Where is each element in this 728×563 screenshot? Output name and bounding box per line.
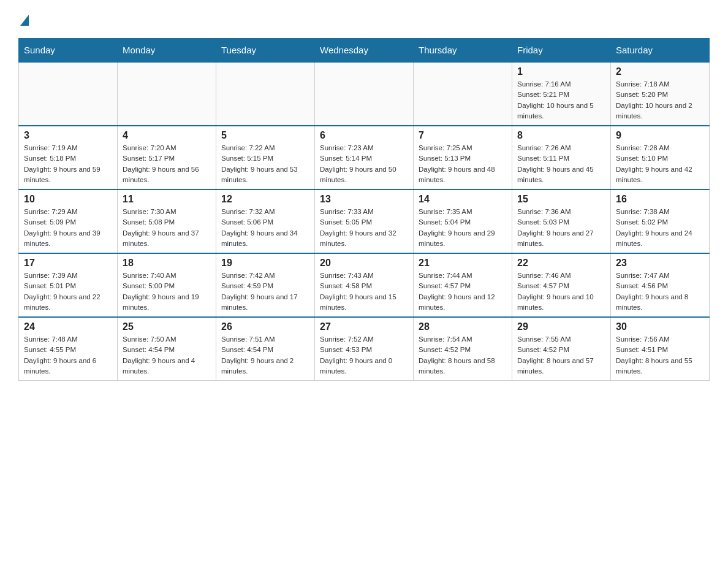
calendar-cell: 29Sunrise: 7:55 AMSunset: 4:52 PMDayligh… (512, 317, 611, 381)
calendar-cell: 15Sunrise: 7:36 AMSunset: 5:03 PMDayligh… (512, 190, 611, 253)
day-info: Sunrise: 7:44 AMSunset: 4:57 PMDaylight:… (419, 270, 507, 313)
day-info: Sunrise: 7:35 AMSunset: 5:04 PMDaylight:… (419, 207, 507, 249)
day-info: Sunrise: 7:55 AMSunset: 4:52 PMDaylight:… (517, 334, 605, 377)
calendar-cell: 30Sunrise: 7:56 AMSunset: 4:51 PMDayligh… (611, 317, 710, 381)
day-number: 17 (24, 258, 112, 269)
day-number: 15 (517, 194, 605, 205)
day-number: 19 (221, 258, 309, 269)
calendar-cell: 27Sunrise: 7:52 AMSunset: 4:53 PMDayligh… (315, 317, 414, 381)
day-info: Sunrise: 7:18 AMSunset: 5:20 PMDaylight:… (616, 79, 704, 121)
logo[interactable] (18, 12, 29, 26)
day-info: Sunrise: 7:22 AMSunset: 5:15 PMDaylight:… (221, 143, 309, 185)
calendar-cell: 13Sunrise: 7:33 AMSunset: 5:05 PMDayligh… (315, 190, 414, 253)
day-number: 25 (123, 321, 211, 332)
calendar-cell: 25Sunrise: 7:50 AMSunset: 4:54 PMDayligh… (118, 317, 216, 381)
calendar-cell (315, 62, 414, 126)
day-number: 26 (221, 321, 309, 332)
day-info: Sunrise: 7:23 AMSunset: 5:14 PMDaylight:… (320, 143, 408, 185)
calendar-cell: 1Sunrise: 7:16 AMSunset: 5:21 PMDaylight… (512, 62, 611, 126)
calendar-cell: 3Sunrise: 7:19 AMSunset: 5:18 PMDaylight… (19, 126, 118, 190)
day-number: 6 (320, 130, 408, 141)
day-info: Sunrise: 7:25 AMSunset: 5:13 PMDaylight:… (419, 143, 507, 185)
calendar-cell: 5Sunrise: 7:22 AMSunset: 5:15 PMDaylight… (216, 126, 315, 190)
day-number: 10 (24, 194, 112, 205)
day-number: 24 (24, 321, 112, 332)
day-info: Sunrise: 7:26 AMSunset: 5:11 PMDaylight:… (517, 143, 605, 185)
day-number: 11 (123, 194, 211, 205)
calendar-cell: 20Sunrise: 7:43 AMSunset: 4:58 PMDayligh… (315, 253, 414, 317)
weekday-header-monday: Monday (118, 39, 216, 63)
day-info: Sunrise: 7:46 AMSunset: 4:57 PMDaylight:… (517, 270, 605, 313)
day-info: Sunrise: 7:32 AMSunset: 5:06 PMDaylight:… (221, 207, 309, 249)
day-number: 9 (616, 130, 704, 141)
calendar-cell (216, 62, 315, 126)
calendar-cell: 26Sunrise: 7:51 AMSunset: 4:54 PMDayligh… (216, 317, 315, 381)
week-row-3: 10Sunrise: 7:29 AMSunset: 5:09 PMDayligh… (19, 190, 710, 253)
calendar-cell: 28Sunrise: 7:54 AMSunset: 4:52 PMDayligh… (414, 317, 512, 381)
day-number: 18 (123, 258, 211, 269)
weekday-header-row: SundayMondayTuesdayWednesdayThursdayFrid… (19, 39, 710, 63)
day-number: 14 (419, 194, 507, 205)
day-info: Sunrise: 7:56 AMSunset: 4:51 PMDaylight:… (616, 334, 704, 377)
weekday-header-saturday: Saturday (611, 39, 710, 63)
day-info: Sunrise: 7:36 AMSunset: 5:03 PMDaylight:… (517, 207, 605, 249)
day-info: Sunrise: 7:51 AMSunset: 4:54 PMDaylight:… (221, 334, 309, 377)
day-info: Sunrise: 7:52 AMSunset: 4:53 PMDaylight:… (320, 334, 408, 377)
calendar-cell: 7Sunrise: 7:25 AMSunset: 5:13 PMDaylight… (414, 126, 512, 190)
calendar-cell: 10Sunrise: 7:29 AMSunset: 5:09 PMDayligh… (19, 190, 118, 253)
day-number: 4 (123, 130, 211, 141)
day-number: 30 (616, 321, 704, 332)
day-info: Sunrise: 7:16 AMSunset: 5:21 PMDaylight:… (517, 79, 605, 121)
day-info: Sunrise: 7:54 AMSunset: 4:52 PMDaylight:… (419, 334, 507, 377)
day-info: Sunrise: 7:50 AMSunset: 4:54 PMDaylight:… (123, 334, 211, 377)
day-number: 2 (616, 66, 704, 77)
day-info: Sunrise: 7:40 AMSunset: 5:00 PMDaylight:… (123, 270, 211, 313)
calendar-cell: 12Sunrise: 7:32 AMSunset: 5:06 PMDayligh… (216, 190, 315, 253)
day-number: 1 (517, 66, 605, 77)
calendar-cell: 8Sunrise: 7:26 AMSunset: 5:11 PMDaylight… (512, 126, 611, 190)
calendar-cell (19, 62, 118, 126)
day-number: 5 (221, 130, 309, 141)
week-row-4: 17Sunrise: 7:39 AMSunset: 5:01 PMDayligh… (19, 253, 710, 317)
weekday-header-thursday: Thursday (414, 39, 512, 63)
calendar-cell: 4Sunrise: 7:20 AMSunset: 5:17 PMDaylight… (118, 126, 216, 190)
week-row-5: 24Sunrise: 7:48 AMSunset: 4:55 PMDayligh… (19, 317, 710, 381)
day-info: Sunrise: 7:38 AMSunset: 5:02 PMDaylight:… (616, 207, 704, 249)
day-info: Sunrise: 7:48 AMSunset: 4:55 PMDaylight:… (24, 334, 112, 377)
day-number: 23 (616, 258, 704, 269)
day-info: Sunrise: 7:19 AMSunset: 5:18 PMDaylight:… (24, 143, 112, 185)
day-number: 27 (320, 321, 408, 332)
day-number: 13 (320, 194, 408, 205)
calendar-cell: 16Sunrise: 7:38 AMSunset: 5:02 PMDayligh… (611, 190, 710, 253)
calendar-cell: 11Sunrise: 7:30 AMSunset: 5:08 PMDayligh… (118, 190, 216, 253)
day-number: 12 (221, 194, 309, 205)
day-number: 22 (517, 258, 605, 269)
day-info: Sunrise: 7:43 AMSunset: 4:58 PMDaylight:… (320, 270, 408, 313)
week-row-2: 3Sunrise: 7:19 AMSunset: 5:18 PMDaylight… (19, 126, 710, 190)
day-info: Sunrise: 7:28 AMSunset: 5:10 PMDaylight:… (616, 143, 704, 185)
calendar-cell (414, 62, 512, 126)
day-info: Sunrise: 7:30 AMSunset: 5:08 PMDaylight:… (123, 207, 211, 249)
page-header (18, 12, 710, 26)
calendar-cell: 22Sunrise: 7:46 AMSunset: 4:57 PMDayligh… (512, 253, 611, 317)
day-info: Sunrise: 7:33 AMSunset: 5:05 PMDaylight:… (320, 207, 408, 249)
weekday-header-sunday: Sunday (19, 39, 118, 63)
calendar-cell: 24Sunrise: 7:48 AMSunset: 4:55 PMDayligh… (19, 317, 118, 381)
week-row-1: 1Sunrise: 7:16 AMSunset: 5:21 PMDaylight… (19, 62, 710, 126)
logo-arrow-icon (20, 15, 29, 26)
weekday-header-tuesday: Tuesday (216, 39, 315, 63)
day-info: Sunrise: 7:39 AMSunset: 5:01 PMDaylight:… (24, 270, 112, 313)
calendar-table: SundayMondayTuesdayWednesdayThursdayFrid… (18, 38, 710, 381)
day-number: 8 (517, 130, 605, 141)
calendar-cell: 6Sunrise: 7:23 AMSunset: 5:14 PMDaylight… (315, 126, 414, 190)
day-number: 29 (517, 321, 605, 332)
calendar-cell: 14Sunrise: 7:35 AMSunset: 5:04 PMDayligh… (414, 190, 512, 253)
calendar-cell: 21Sunrise: 7:44 AMSunset: 4:57 PMDayligh… (414, 253, 512, 317)
calendar-cell (118, 62, 216, 126)
weekday-header-friday: Friday (512, 39, 611, 63)
calendar-cell: 23Sunrise: 7:47 AMSunset: 4:56 PMDayligh… (611, 253, 710, 317)
day-number: 21 (419, 258, 507, 269)
calendar-cell: 2Sunrise: 7:18 AMSunset: 5:20 PMDaylight… (611, 62, 710, 126)
calendar-cell: 19Sunrise: 7:42 AMSunset: 4:59 PMDayligh… (216, 253, 315, 317)
calendar-cell: 17Sunrise: 7:39 AMSunset: 5:01 PMDayligh… (19, 253, 118, 317)
